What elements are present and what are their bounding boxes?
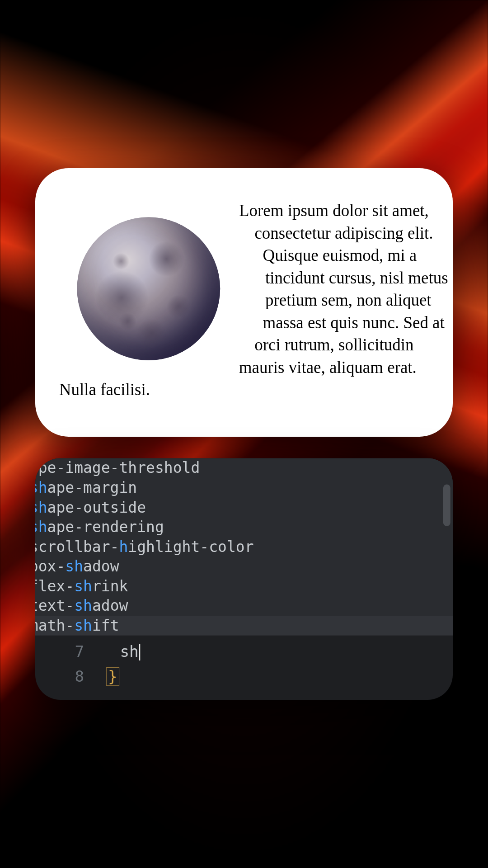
code-area[interactable]: 7 sh 8 }	[35, 636, 453, 700]
code-text[interactable]: }	[107, 668, 118, 686]
autocomplete-item[interactable]: text-shadow	[35, 596, 453, 616]
code-line[interactable]: 8 }	[35, 664, 453, 689]
autocomplete-popup[interactable]: ape-image-thresholdshape-marginshape-out…	[35, 458, 453, 635]
line-number: 8	[35, 668, 107, 686]
autocomplete-item[interactable]: shape-margin	[35, 478, 453, 498]
autocomplete-item[interactable]: shape-outside	[35, 498, 453, 518]
autocomplete-item[interactable]: flex-shrink	[35, 576, 453, 596]
autocomplete-item[interactable]: ape-image-threshold	[35, 458, 453, 478]
code-editor[interactable]: ape-image-thresholdshape-marginshape-out…	[35, 458, 453, 700]
code-text[interactable]: sh	[107, 642, 140, 660]
scrollbar[interactable]	[443, 464, 450, 640]
line-number: 7	[35, 642, 107, 660]
text-caret	[139, 644, 141, 660]
closing-brace: }	[107, 668, 118, 686]
autocomplete-item[interactable]: box-shadow	[35, 557, 453, 576]
autocomplete-item[interactable]: scrollbar-highlight-color	[35, 537, 453, 557]
moon-image	[77, 217, 220, 360]
autocomplete-item[interactable]: math-shift	[35, 616, 453, 636]
scrollbar-thumb[interactable]	[443, 485, 450, 526]
content-stage: Lorem ipsum dolor sit amet, consectetur …	[0, 168, 488, 700]
autocomplete-item[interactable]: shape-rendering	[35, 517, 453, 537]
preview-panel: Lorem ipsum dolor sit amet, consectetur …	[35, 168, 453, 437]
code-line[interactable]: 7 sh	[35, 639, 453, 664]
